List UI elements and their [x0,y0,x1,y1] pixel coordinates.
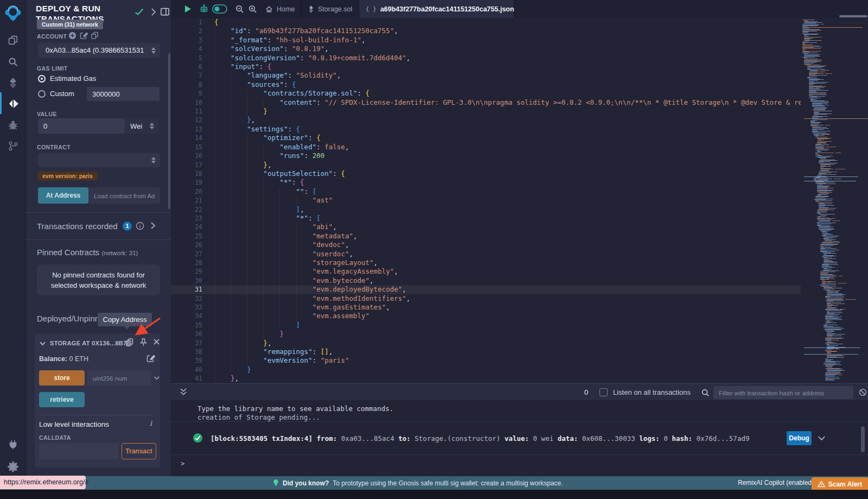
code-line[interactable]: 13"settings": { [171,125,801,134]
code-line[interactable]: 11} [171,107,801,116]
run-script-icon[interactable] [184,5,192,13]
code-line[interactable]: 38"remappings": [], [171,348,801,356]
store-button[interactable]: store [39,370,85,386]
code-line[interactable]: 16"runs": 200 [171,151,801,160]
terminal-scrollbar[interactable] [861,426,865,452]
terminal-filter-input[interactable] [713,386,853,399]
file-explorer-icon[interactable] [0,30,26,50]
value-unit-select[interactable]: Wei [125,118,158,134]
tx-expand-chevron-icon[interactable] [818,434,826,442]
copilot-status[interactable]: RemixAI Copilot (enabled) [738,479,814,487]
code-line[interactable]: 24"abi", [171,223,801,231]
plugin-manager-icon[interactable] [0,434,26,455]
code-line[interactable]: 17}, [171,161,801,169]
panel-scrollbar[interactable] [168,53,170,209]
custom-gas-input[interactable] [87,87,159,101]
chevron-right-icon[interactable] [150,8,157,16]
contract-stepper-icon[interactable] [151,157,156,163]
code-line[interactable]: 7"language": "Solidity", [171,71,801,80]
code-line[interactable]: 20"": [ [171,187,801,196]
code-line[interactable]: 21"ast" [171,196,801,205]
info-icon[interactable] [136,222,144,230]
code-line[interactable]: 15"enabled": false, [171,143,801,151]
at-address-button[interactable]: At Address [38,187,88,204]
collapse-chevron-icon[interactable] [39,340,46,347]
transactions-chevron-icon[interactable] [150,222,156,230]
tab-json-active[interactable]: { } a69b43f277ba20fcac141151250ca755.jso… [359,0,514,18]
code-line[interactable]: 10"content": "// SPDX-License-Identifier… [171,98,801,107]
code-line[interactable]: 5"solcLongVersion": "0.8.19+commit.7dd6d… [171,54,801,62]
terminal-search-icon[interactable] [701,388,710,397]
load-contract-input[interactable] [88,187,160,204]
code-line[interactable]: 29"evm.legacyAssembly", [171,267,801,276]
zoom-out-icon[interactable] [235,4,244,14]
code-line[interactable]: 1{ [171,18,801,27]
tab-home[interactable]: Home [259,0,302,18]
code-line[interactable]: 28"storageLayout", [171,258,801,267]
low-level-info-icon[interactable]: i [150,419,152,427]
expand-args-chevron-icon[interactable] [154,375,160,381]
copy-address-icon[interactable] [125,338,134,347]
calldata-input[interactable] [39,443,118,459]
code-editor[interactable]: 1{2"id": "a69b43f277ba20fcac141151250ca7… [171,18,801,383]
store-arg-input[interactable] [87,370,151,386]
pin-contract-icon[interactable] [139,338,148,347]
estimated-gas-radio[interactable] [38,75,46,83]
code-line[interactable]: 19"*": { [171,178,801,187]
remix-logo-icon[interactable] [0,3,26,24]
copy-account-icon[interactable] [91,31,99,40]
git-icon[interactable] [0,136,26,156]
value-input[interactable] [38,118,125,134]
settings-gear-icon[interactable] [0,456,26,477]
code-line[interactable]: 34"evm.assembly" [171,312,801,320]
code-line[interactable]: 23"*": [ [171,214,801,223]
solidity-compiler-icon[interactable] [0,73,26,93]
retrieve-button[interactable]: retrieve [39,392,85,407]
ai-assistant-robot-icon[interactable] [199,4,209,14]
contract-select[interactable] [38,153,160,167]
account-stepper-icon[interactable] [151,47,156,54]
expand-terminal-icon[interactable] [180,388,187,396]
copilot-toggle-icon[interactable] [212,4,227,14]
code-line[interactable]: 18"outputSelection": { [171,169,801,178]
deploy-and-run-icon[interactable] [0,93,26,114]
code-line[interactable]: 31"evm.deployedBytecode", [171,285,801,294]
tabbar-scrollbar[interactable] [839,15,867,17]
editor-minimap[interactable] [801,18,868,383]
code-line[interactable]: 4"solcVersion": "0.8.19", [171,45,801,53]
edit-balance-icon[interactable] [146,354,155,363]
debug-button[interactable]: Debug [787,431,812,445]
code-line[interactable]: 8"sources": { [171,80,801,89]
create-account-icon[interactable] [68,31,76,40]
code-line[interactable]: 14"optimizer": { [171,134,801,142]
code-line[interactable]: 3"_format": "hh-sol-build-info-1", [171,36,801,45]
code-line[interactable]: 27"userdoc", [171,250,801,258]
search-icon[interactable] [0,52,26,72]
code-line[interactable]: 40} [171,365,801,374]
zoom-in-icon[interactable] [248,4,257,14]
value-unit-stepper-icon[interactable] [150,123,154,129]
code-line[interactable]: 30"evm.bytecode", [171,276,801,285]
custom-gas-radio[interactable] [38,90,46,98]
code-line[interactable]: 37}, [171,339,801,348]
code-line[interactable]: 32"evm.methodIdentifiers", [171,294,801,303]
scam-alert-button[interactable]: Scam Alert [812,477,868,491]
clear-console-icon[interactable] [859,388,867,396]
close-contract-icon[interactable] [153,338,160,345]
edit-account-icon[interactable] [80,31,88,40]
code-line[interactable]: 41}, [171,374,801,383]
code-line[interactable]: 6"input": { [171,62,801,71]
pin-panel-icon[interactable] [161,8,170,16]
tab-storage-sol[interactable]: Storage.sol [302,0,359,18]
code-line[interactable]: 12}, [171,116,801,124]
code-line[interactable]: 39"evmVersion": "paris" [171,356,801,365]
transact-button[interactable]: Transact [122,443,156,459]
code-line[interactable]: 9"contracts/Storage.sol": { [171,89,801,98]
code-line[interactable]: 35] [171,321,801,330]
account-select[interactable]: 0xA03...85ac4 (0.39866531531 [38,43,160,58]
debugger-icon[interactable] [0,115,26,136]
code-line[interactable]: 22], [171,205,801,214]
code-line[interactable]: 2"id": "a69b43f277ba20fcac141151250ca755… [171,27,801,35]
code-line[interactable]: 25"metadata", [171,232,801,241]
terminal-prompt[interactable]: > [181,459,185,468]
